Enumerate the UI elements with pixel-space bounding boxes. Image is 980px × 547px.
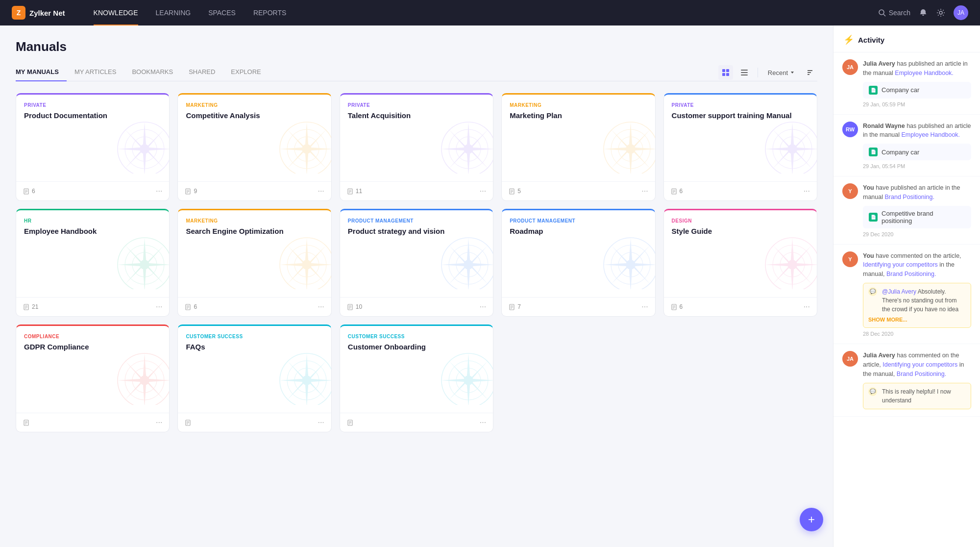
nav-learning[interactable]: LEARNING (147, 0, 200, 25)
svg-point-0 (879, 10, 884, 15)
sort-order-button[interactable] (803, 65, 817, 80)
doc-count-icon (347, 188, 353, 195)
search-button[interactable]: Search (878, 9, 910, 17)
nav-links: KNOWLEDGE LEARNING SPACES REPORTS (85, 0, 878, 25)
manual-link[interactable]: Employee Handbook. (895, 70, 954, 76)
create-manual-button[interactable]: + (800, 508, 823, 531)
card-count: 6 (671, 188, 683, 195)
card-menu-button[interactable]: ··· (641, 187, 648, 196)
article-link[interactable]: Identifying your competitors (882, 361, 957, 368)
tab-shared[interactable]: SHARED (181, 64, 223, 81)
card-menu-button[interactable]: ··· (318, 302, 324, 311)
card-footer: ··· (178, 413, 331, 432)
card-menu-button[interactable]: ··· (480, 187, 486, 196)
card-menu-button[interactable]: ··· (804, 302, 810, 311)
card-menu-button[interactable]: ··· (156, 418, 162, 427)
card-menu-button[interactable]: ··· (156, 187, 162, 196)
activity-avatar: JA (842, 59, 858, 75)
mention[interactable]: @Julia Avery (882, 288, 916, 295)
card-menu-button[interactable]: ··· (641, 302, 648, 311)
manual-card[interactable]: MARKETING Marketing Plan 5 ··· (501, 93, 655, 201)
activity-card-label: Company car (882, 149, 919, 156)
card-menu-button[interactable]: ··· (480, 302, 486, 311)
manual-card[interactable]: HR Employee Handbook 21 ··· (16, 209, 170, 317)
tab-my-manuals[interactable]: MY MANUALS (16, 64, 67, 81)
nav-reports[interactable]: REPORTS (245, 0, 295, 25)
app-logo[interactable]: Z Zylker Net (12, 6, 65, 20)
doc-count-icon (347, 420, 353, 426)
tab-my-articles[interactable]: MY ARTICLES (67, 64, 124, 81)
manual-card[interactable]: PRODUCT MANAGEMENT Roadmap 7 ··· (501, 209, 655, 317)
manual-card[interactable]: DESIGN Style Guide 6 ··· (663, 209, 817, 317)
card-count: 7 (509, 303, 521, 310)
card-menu-button[interactable]: ··· (318, 187, 324, 196)
card-title: Product Documentation (24, 111, 161, 121)
manual-card[interactable]: MARKETING Competitive Analysis 9 ··· (177, 93, 331, 201)
card-menu-button[interactable]: ··· (156, 302, 162, 311)
sort-button[interactable]: Recent (764, 67, 799, 78)
tab-bookmarks[interactable]: BOOKMARKS (124, 64, 181, 81)
manual-link[interactable]: Brand Positioning. (886, 271, 936, 277)
nav-spaces[interactable]: SPACES (199, 0, 245, 25)
settings-icon[interactable] (936, 8, 946, 18)
activity-item: JA Julia Avery has commented on the arti… (833, 344, 980, 416)
page-title: Manuals (16, 39, 817, 54)
card-category: PRIVATE (672, 102, 809, 108)
doc-count-icon (509, 304, 515, 310)
activity-date: 29 Jan, 05:59 PM (863, 101, 971, 107)
manual-card[interactable]: COMPLIANCE GDPR Compliance ··· (16, 324, 170, 432)
activity-date: 29 Jan, 05:54 PM (863, 163, 971, 169)
manual-card[interactable]: PRIVATE Customer support training Manual… (663, 93, 817, 201)
activity-avatar: Y (842, 251, 858, 267)
content-area: Manuals MY MANUALS MY ARTICLES BOOKMARKS… (0, 25, 833, 547)
card-title: Marketing Plan (510, 111, 647, 121)
manual-card[interactable]: PRIVATE Product Documentation 6 ··· (16, 93, 170, 201)
card-category: DESIGN (672, 218, 809, 224)
activity-card: 📄 Company car (863, 82, 971, 99)
activity-avatar: Y (842, 183, 858, 199)
card-top: CUSTOMER SUCCESS FAQs (178, 326, 331, 405)
svg-rect-7 (741, 70, 748, 71)
card-menu-button[interactable]: ··· (318, 418, 324, 427)
manual-card[interactable]: PRODUCT MANAGEMENT Product strategy and … (340, 209, 493, 317)
card-count: 9 (185, 188, 197, 195)
article-link[interactable]: Identifying your competitors (863, 261, 938, 268)
doc-count-icon (185, 188, 191, 195)
card-title: Talent Acquisition (348, 111, 485, 121)
nav-knowledge[interactable]: KNOWLEDGE (85, 0, 147, 25)
manual-card[interactable]: MARKETING Search Engine Optimization 6 ·… (177, 209, 331, 317)
card-footer: 6 ··· (178, 297, 331, 316)
card-footer: 6 ··· (664, 297, 817, 316)
notifications-icon[interactable] (918, 8, 928, 18)
card-menu-button[interactable]: ··· (804, 187, 810, 196)
card-footer: 10 ··· (340, 297, 493, 316)
svg-point-2 (939, 11, 942, 14)
manual-link[interactable]: Employee Handbook. (902, 131, 960, 138)
grid-view-button[interactable] (718, 65, 733, 80)
card-top: MARKETING Competitive Analysis (178, 95, 331, 174)
svg-rect-3 (722, 69, 725, 72)
svg-rect-6 (726, 73, 729, 76)
list-view-button[interactable] (737, 65, 752, 80)
activity-date: 28 Dec 2020 (863, 331, 971, 337)
manual-card[interactable]: CUSTOMER SUCCESS Customer Onboarding ··· (340, 324, 493, 432)
manual-card[interactable]: CUSTOMER SUCCESS FAQs ··· (177, 324, 331, 432)
card-count: 5 (509, 188, 521, 195)
tab-explore[interactable]: EXPLORE (223, 64, 269, 81)
card-menu-button[interactable]: ··· (480, 418, 486, 427)
activity-item: RW Ronald Wayne has published an article… (833, 115, 980, 177)
card-top: HR Employee Handbook (16, 210, 169, 289)
card-top: DESIGN Style Guide (664, 210, 817, 289)
comment-row: 💬 @Julia Avery Absolutely. There's no st… (868, 287, 966, 314)
manual-link[interactable]: Brand Positioning. (897, 371, 946, 377)
card-category: MARKETING (186, 218, 323, 224)
doc-icon: 📄 (869, 148, 878, 156)
app-name: Zylker Net (29, 9, 65, 17)
show-more-button[interactable]: SHOW MORE... (868, 316, 966, 324)
card-category: CUSTOMER SUCCESS (186, 334, 323, 339)
manual-link[interactable]: Brand Positioning. (884, 194, 934, 200)
user-avatar[interactable]: JA (954, 5, 968, 20)
manual-card[interactable]: PRIVATE Talent Acquisition 11 ··· (340, 93, 493, 201)
main-layout: Manuals MY MANUALS MY ARTICLES BOOKMARKS… (0, 25, 980, 547)
card-footer: 11 ··· (340, 181, 493, 200)
